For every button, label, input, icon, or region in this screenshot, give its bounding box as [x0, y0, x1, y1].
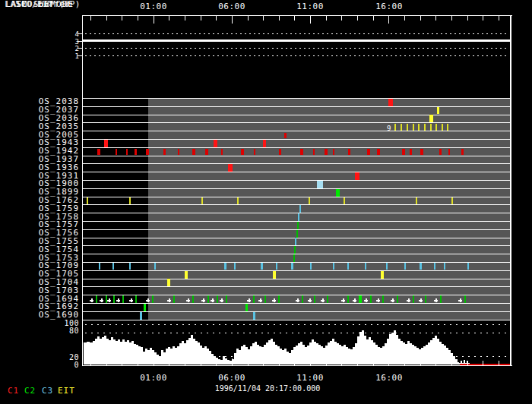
top-axis-tick	[232, 16, 233, 24]
event-mark	[394, 124, 396, 131]
event-mark	[192, 149, 195, 155]
top-axis-tick	[499, 16, 499, 21]
event-mark	[228, 164, 233, 172]
event-start-plus-mark	[146, 298, 150, 302]
timeline-row-band	[148, 286, 510, 295]
timeline-row-band	[148, 221, 510, 229]
tm-submode-level-label: 1	[67, 52, 79, 61]
event-start-plus-mark	[308, 298, 312, 302]
row-separator-line	[82, 303, 511, 304]
event-mark	[401, 124, 402, 131]
bottom-axis-tick	[90, 361, 91, 365]
event-mark	[126, 149, 128, 155]
row-separator-line	[82, 163, 511, 164]
event-mark	[402, 149, 405, 155]
top-axis-tick	[341, 16, 342, 21]
row-separator-line	[82, 98, 511, 99]
event-start-plus-mark	[353, 298, 356, 302]
bottom-axis-tick	[122, 361, 122, 365]
row-separator-line	[82, 131, 511, 131]
event-mark	[425, 295, 426, 303]
event-mark	[434, 263, 435, 270]
bottom-axis-tick	[357, 361, 358, 365]
row-separator-line	[82, 115, 511, 115]
timeline-row-band	[148, 262, 510, 270]
event-mark	[444, 263, 445, 270]
event-mark	[185, 271, 188, 279]
event-mark	[192, 295, 194, 303]
top-axis-tick	[263, 16, 264, 21]
row-separator-line	[82, 295, 511, 295]
top-axis-tick	[279, 16, 280, 21]
event-mark	[241, 149, 244, 155]
event-start-plus-mark	[116, 298, 120, 302]
top-axis-tick	[483, 16, 483, 21]
event-mark	[214, 140, 217, 147]
top-axis-hour-label: 01:00	[138, 2, 169, 11]
timeline-row-band	[148, 139, 510, 147]
timeline-row-band	[148, 270, 510, 279]
event-mark	[261, 263, 263, 270]
row-separator-line	[82, 320, 511, 320]
row-separator-line	[82, 286, 511, 287]
event-start-plus-mark	[186, 298, 190, 302]
event-mark	[99, 263, 100, 270]
event-start-plus-mark	[434, 298, 438, 302]
bottom-axis-tick	[279, 361, 280, 365]
event-start-plus-mark	[247, 298, 251, 302]
event-mark	[278, 295, 280, 303]
event-mark	[104, 140, 108, 147]
event-mark	[310, 263, 312, 270]
event-mark	[263, 140, 266, 147]
event-start-plus-mark	[407, 298, 410, 302]
row-separator-line	[82, 106, 511, 107]
row-separator-line	[82, 139, 511, 140]
event-mark	[435, 124, 437, 131]
bottom-axis-tick	[138, 361, 138, 365]
bottom-axis-tick	[420, 361, 421, 365]
bottom-axis-tick	[106, 361, 107, 365]
event-mark	[420, 149, 423, 155]
event-mark	[377, 149, 380, 155]
event-start-plus-mark	[391, 298, 394, 302]
event-mark	[429, 115, 433, 122]
event-mark	[253, 312, 255, 320]
top-axis-tick	[90, 16, 91, 21]
event-start-plus-mark	[341, 298, 345, 302]
bottom-axis-tick	[341, 361, 342, 365]
event-start-plus-mark	[100, 298, 103, 302]
event-start-plus-mark	[272, 298, 276, 302]
bottom-axis-hour-label: 01:00	[138, 374, 169, 383]
event-mark	[163, 149, 166, 155]
bottom-axis-tick	[232, 358, 233, 365]
bottom-axis-line	[82, 365, 512, 366]
legend-item-c3: C3	[42, 387, 53, 396]
timeline-row-band	[148, 279, 510, 287]
buffer-ytick-label: 0	[47, 361, 79, 370]
timeline-row-band	[148, 156, 510, 164]
event-mark	[293, 254, 295, 262]
event-mark	[217, 295, 218, 303]
top-axis-hour-label: 06:00	[217, 2, 247, 11]
bottom-axis-tick	[294, 361, 295, 365]
timeline-row-band	[148, 163, 510, 172]
tm-submode-dotted-gridline	[85, 33, 509, 34]
event-mark	[336, 189, 340, 197]
timeline-row-band	[148, 229, 510, 238]
buffer-ytick-label: 80	[47, 327, 79, 336]
event-mark	[407, 124, 408, 131]
event-mark	[135, 149, 137, 155]
top-axis-tick	[435, 16, 436, 21]
top-axis-tick	[420, 16, 421, 21]
event-mark	[467, 263, 469, 270]
event-mark	[347, 263, 349, 270]
event-mark	[420, 263, 422, 270]
top-axis-hour-label: 16:00	[374, 2, 404, 11]
bottom-axis-tick	[310, 358, 311, 365]
event-mark	[348, 149, 350, 155]
event-start-plus-mark	[90, 298, 93, 302]
event-mark	[152, 295, 154, 303]
legend-item-eit: EIT	[58, 387, 75, 396]
event-start-plus-mark	[167, 298, 171, 302]
event-mark	[386, 263, 388, 270]
